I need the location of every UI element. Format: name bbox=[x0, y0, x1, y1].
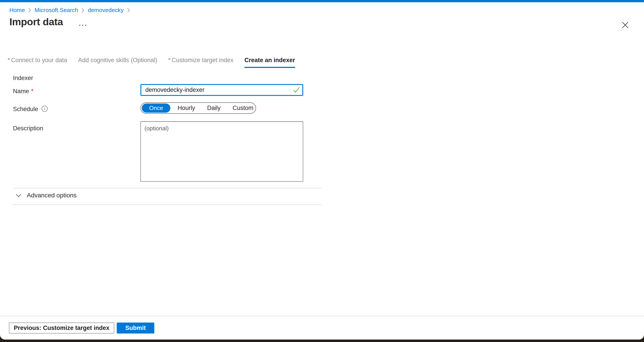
description-label: Description bbox=[13, 125, 43, 132]
close-icon[interactable] bbox=[620, 20, 631, 30]
breadcrumb: Home Microsoft.Search demovedecky bbox=[10, 7, 130, 14]
schedule-option-daily[interactable]: Daily bbox=[201, 104, 226, 112]
chevron-right-icon bbox=[82, 8, 84, 13]
tab-label: Customize target index bbox=[172, 57, 234, 64]
divider bbox=[13, 204, 321, 205]
tab-label: Create an indexer bbox=[244, 57, 295, 64]
tab-connect-to-your-data[interactable]: *Connect to your data bbox=[8, 57, 67, 68]
divider bbox=[13, 188, 321, 188]
breadcrumb-link-resource[interactable]: demovedecky bbox=[88, 7, 124, 14]
schedule-option-hourly[interactable]: Hourly bbox=[172, 104, 201, 112]
indexer-section-heading: Indexer bbox=[13, 75, 33, 82]
tab-label: Add cognitive skills (Optional) bbox=[78, 57, 157, 64]
chevron-right-icon bbox=[127, 8, 130, 13]
portal-top-accent-bar bbox=[0, 0, 644, 2]
required-marker: * bbox=[8, 57, 10, 64]
more-options-icon[interactable] bbox=[77, 22, 88, 29]
chevron-right-icon bbox=[28, 8, 31, 13]
breadcrumb-link-home[interactable]: Home bbox=[10, 7, 25, 14]
previous-step-button[interactable]: Previous: Customize target index bbox=[9, 322, 114, 334]
tab-add-cognitive-skills[interactable]: Add cognitive skills (Optional) bbox=[78, 57, 157, 68]
advanced-options-label: Advanced options bbox=[27, 192, 77, 199]
tab-customize-target-index[interactable]: *Customize target index bbox=[168, 57, 234, 68]
breadcrumb-link-service[interactable]: Microsoft.Search bbox=[34, 7, 78, 14]
info-icon[interactable]: i bbox=[42, 106, 48, 112]
indexer-name-input[interactable] bbox=[140, 84, 303, 96]
chevron-down-icon bbox=[16, 194, 22, 197]
wizard-tabs: *Connect to your data Add cognitive skil… bbox=[8, 57, 295, 68]
schedule-option-once[interactable]: Once bbox=[142, 104, 170, 113]
schedule-option-custom[interactable]: Custom bbox=[226, 104, 260, 112]
page-title: Import data bbox=[10, 16, 63, 28]
schedule-label: Schedule bbox=[13, 106, 38, 113]
footer-divider bbox=[0, 316, 644, 316]
schedule-segmented-control: Once Hourly Daily Custom bbox=[140, 102, 256, 114]
required-asterisk: * bbox=[31, 88, 34, 95]
tab-create-an-indexer[interactable]: Create an indexer bbox=[244, 57, 295, 68]
validation-check-icon bbox=[293, 87, 300, 94]
required-marker: * bbox=[168, 57, 170, 64]
advanced-options-toggle[interactable]: Advanced options bbox=[16, 192, 77, 199]
import-data-panel: Home Microsoft.Search demovedecky Import… bbox=[0, 0, 644, 340]
name-field-wrapper bbox=[140, 84, 303, 96]
tab-label: Connect to your data bbox=[11, 57, 67, 64]
description-textarea[interactable] bbox=[140, 122, 303, 182]
name-label: Name* bbox=[13, 88, 34, 95]
submit-button[interactable]: Submit bbox=[117, 322, 154, 334]
